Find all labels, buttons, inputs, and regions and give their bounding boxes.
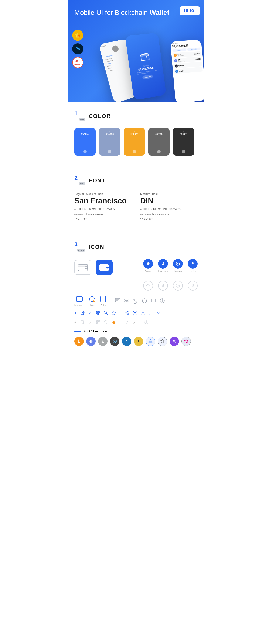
plus-icon-gray: + (74, 320, 77, 325)
zcash-icon: Z (134, 337, 143, 346)
profile-icon-box: Profile (188, 259, 198, 272)
management-label: Mangment (74, 304, 84, 306)
svg-rect-76 (98, 321, 99, 322)
svg-text:D: D (126, 340, 127, 342)
svg-text:Z: Z (138, 340, 140, 342)
document-edit-icon (80, 311, 85, 316)
discover-icon-box: Discover (173, 259, 183, 272)
svg-point-63 (128, 314, 128, 315)
svg-rect-52 (98, 311, 99, 312)
speech-icon (151, 298, 156, 304)
phone-mockups: Profile ● Management ● Message ● Red Car… (106, 34, 204, 102)
font-col-din: Medium ' Bold DIN ABCDEFGHIJKLMNOPQRSTUV… (140, 192, 198, 222)
section-number-icon: 3 THREE (74, 242, 86, 252)
check-icon: ✓ (88, 311, 92, 316)
arrows-icon-gray (125, 320, 129, 325)
section-number-font: 2 TWO (74, 175, 86, 186)
discover-icon-outline (173, 281, 183, 290)
qr-icon-gray (96, 320, 100, 325)
sf-lowercase: abcdefghijklmnopqrstuvwxyz (74, 212, 132, 216)
sketch-badge (72, 30, 83, 41)
svg-marker-22 (146, 262, 150, 266)
profile-icon-outline-box (188, 281, 198, 290)
font-section-content: Regular ' Medium ' Bold San Francisco AB… (74, 192, 198, 222)
wallet-icon-filled-box (96, 260, 112, 275)
action-icons-row2: + ✓ (74, 320, 198, 325)
exchange-icon (158, 259, 168, 269)
forward-icon-gray: › (140, 321, 140, 324)
layers-icon (124, 298, 130, 304)
font-columns: Regular ' Medium ' Bold San Francisco AB… (74, 192, 198, 222)
color-section-title: COLOR (89, 113, 111, 120)
svg-rect-20 (106, 266, 109, 269)
svg-rect-57 (99, 314, 100, 314)
order-icon-item: Order (100, 296, 106, 306)
din-uppercase: ABCDEFGHIJKLMNOPQRSTUVWXYZ (140, 207, 198, 211)
svg-rect-39 (116, 298, 120, 302)
management-icon (76, 296, 83, 303)
font-section-header: 2 TWO FONT (74, 175, 198, 186)
divider-2 (74, 233, 198, 233)
circle-icons-filled: Assets Exchange Discover (143, 259, 198, 272)
font-section-title: FONT (89, 177, 106, 184)
wallet-icon-filled (96, 260, 112, 275)
exchange-icon-outline-box (158, 281, 168, 290)
profile-label: Profile (190, 270, 196, 272)
search-icon (104, 311, 108, 316)
wallet-icon-row: Assets Exchange Discover (74, 259, 198, 276)
assets-icon-outline (143, 281, 153, 290)
management-icon-item: Mangment (74, 296, 84, 306)
hero-badges: Ps 60+Screens (72, 30, 83, 68)
svg-point-66 (134, 312, 136, 314)
nem-icon (110, 337, 120, 346)
assets-icon-box: Assets (143, 259, 153, 272)
hero-title: Mobile UI for Blockchain Wallet (74, 8, 198, 16)
svg-rect-51 (96, 311, 97, 312)
dash-icon: D (122, 337, 131, 346)
bitcoin-icon: ₿ (74, 337, 84, 346)
check-icon-gray: ✓ (88, 320, 92, 325)
svg-point-24 (177, 263, 178, 264)
icon-section-header: 3 THREE ICON (74, 242, 198, 252)
back-icon: ‹ (120, 311, 121, 315)
discover-icon (173, 259, 183, 269)
svg-rect-15 (85, 266, 88, 269)
discover-label: Discover (174, 270, 182, 272)
svg-point-27 (176, 284, 180, 287)
svg-rect-54 (98, 314, 99, 314)
plus-icon: + (74, 311, 77, 316)
svg-line-59 (106, 314, 108, 315)
hero-section: Mobile UI for Blockchain Wallet UI Kit P… (68, 0, 204, 102)
svg-point-62 (125, 312, 126, 314)
screens-badge: 60+Screens (72, 57, 83, 68)
crypto-icons-row: ₿ Ł D (74, 337, 198, 346)
svg-rect-53 (96, 314, 97, 314)
svg-marker-83 (89, 340, 91, 342)
swatch-gray: #666666 (148, 128, 170, 156)
din-style-label: Medium ' Bold (140, 192, 198, 196)
exchange-icon-box: Exchange (158, 259, 168, 272)
svg-point-101 (187, 342, 188, 342)
svg-point-61 (128, 311, 128, 312)
svg-point-100 (184, 342, 186, 342)
close-icon: ✕ (157, 311, 160, 316)
history-icon (88, 296, 96, 303)
circle-icon (142, 298, 147, 304)
chat-icon (115, 298, 120, 304)
svg-marker-82 (91, 340, 93, 342)
refresh-icon-gray (104, 320, 108, 325)
assets-icon (143, 259, 153, 269)
main-content: 1 ONE COLOR #3574FA #8DA0C8 #F5A623 #666… (68, 102, 204, 354)
moon-icon (133, 298, 138, 304)
color-swatches: #3574FA #8DA0C8 #F5A623 #666666 #303030 (74, 128, 198, 156)
history-icon-item: History (88, 296, 96, 306)
svg-point-81 (146, 321, 146, 322)
circle-icons-outline-row (74, 281, 198, 290)
split-icon (149, 311, 153, 316)
ui-kit-badge: UI Kit (180, 6, 200, 15)
svg-point-97 (186, 342, 187, 343)
star-icon-gray (112, 320, 116, 325)
svg-point-25 (192, 262, 194, 264)
hero-title-bold: Wallet (150, 9, 169, 16)
info-icon-gray (144, 320, 148, 325)
